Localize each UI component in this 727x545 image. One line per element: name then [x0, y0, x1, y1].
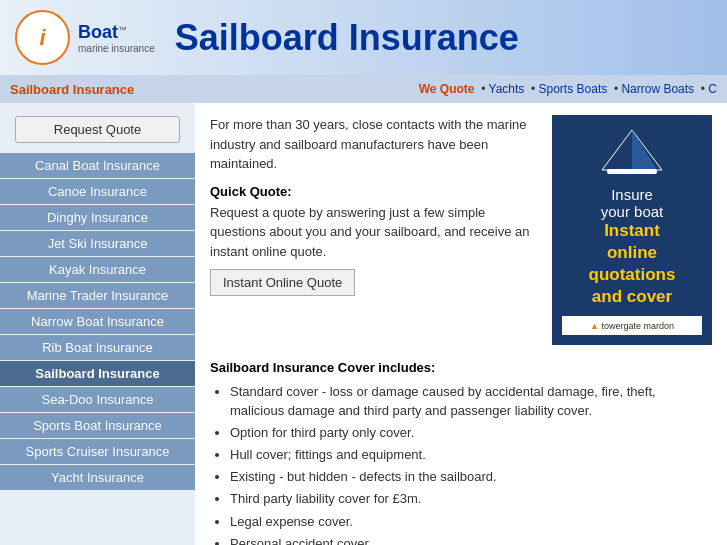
list-item: Hull cover; fittings and equipment.	[230, 446, 712, 464]
sidebar-item-yacht[interactable]: Yacht Insurance	[0, 465, 195, 490]
svg-rect-2	[607, 169, 657, 174]
logo-icon: i	[15, 10, 70, 65]
content-text: For more than 30 years, close contacts w…	[210, 115, 537, 345]
sidebar-item-sports-boat[interactable]: Sports Boat Insurance	[0, 413, 195, 438]
logo-tm: ™	[118, 24, 127, 34]
quick-quote-label: Quick Quote:	[210, 184, 537, 199]
request-quote-button[interactable]: Request Quote	[15, 116, 181, 143]
logo-subtitle: marine insurance	[78, 43, 155, 54]
logo-i-letter: i	[39, 25, 45, 51]
we-quote-label: We Quote	[419, 82, 475, 96]
ad-your-boat-text: your boat	[562, 203, 702, 220]
logo-boat-label: Boat	[78, 22, 118, 42]
content-area: For more than 30 years, close contacts w…	[195, 103, 727, 545]
boat-graphic	[592, 125, 672, 175]
sidebar-item-dinghy[interactable]: Dinghy Insurance	[0, 205, 195, 230]
list-item: Personal accident cover.	[230, 535, 712, 545]
sidebar-item-sailboard[interactable]: Sailboard Insurance	[0, 361, 195, 386]
sidebar-item-sea-doo[interactable]: Sea-Doo Insurance	[0, 387, 195, 412]
nav-links: We Quote • Yachts • Sports Boats • Narro…	[419, 82, 717, 96]
logo-text-group: Boat™ marine insurance	[78, 22, 155, 54]
sidebar-item-kayak[interactable]: Kayak Insurance	[0, 257, 195, 282]
logo-area[interactable]: i Boat™ marine insurance	[15, 10, 155, 65]
nav-yachts-link[interactable]: Yachts	[489, 82, 525, 96]
instant-quote-button[interactable]: Instant Online Quote	[210, 269, 355, 296]
nav-bar: Sailboard Insurance We Quote • Yachts • …	[0, 75, 727, 103]
svg-marker-1	[632, 130, 657, 170]
nav-sports-boats-link[interactable]: Sports Boats	[539, 82, 608, 96]
ad-inner: Insure your boat Instant online quotatio…	[552, 115, 712, 345]
ad-instant-text: Instant online quotations and cover	[562, 220, 702, 308]
sidebar-item-jet-ski[interactable]: Jet Ski Insurance	[0, 231, 195, 256]
nav-more-link[interactable]: C	[708, 82, 717, 96]
sidebar-item-narrow-boat[interactable]: Narrow Boat Insurance	[0, 309, 195, 334]
cover-title: Sailboard Insurance Cover includes:	[210, 360, 712, 375]
list-item: Third party liability cover for £3m.	[230, 490, 712, 508]
list-item: Option for third party only cover.	[230, 424, 712, 442]
sidebar-item-canoe[interactable]: Canoe Insurance	[0, 179, 195, 204]
sidebar-item-sports-cruiser[interactable]: Sports Cruiser Insurance	[0, 439, 195, 464]
sidebar: Request Quote Canal Boat Insurance Canoe…	[0, 103, 195, 545]
cover-list: Standard cover - loss or damage caused b…	[210, 383, 712, 545]
content-inner: For more than 30 years, close contacts w…	[210, 115, 712, 345]
main-layout: Request Quote Canal Boat Insurance Canoe…	[0, 103, 727, 545]
sidebar-item-rib-boat[interactable]: Rib Boat Insurance	[0, 335, 195, 360]
page-header: i Boat™ marine insurance Sailboard Insur…	[0, 0, 727, 75]
sidebar-item-canal-boat[interactable]: Canal Boat Insurance	[0, 153, 195, 178]
sidebar-item-marine-trader[interactable]: Marine Trader Insurance	[0, 283, 195, 308]
list-item: Standard cover - loss or damage caused b…	[230, 383, 712, 419]
quick-quote-desc: Request a quote by answering just a few …	[210, 203, 537, 262]
list-item: Existing - but hidden - defects in the s…	[230, 468, 712, 486]
cover-section: Sailboard Insurance Cover includes: Stan…	[210, 360, 712, 545]
intro-paragraph: For more than 30 years, close contacts w…	[210, 115, 537, 174]
advertisement-box[interactable]: Insure your boat Instant online quotatio…	[552, 115, 712, 345]
nav-narrow-boats-link[interactable]: Narrow Boats	[621, 82, 694, 96]
list-item: Legal expense cover.	[230, 513, 712, 531]
nav-current-page: Sailboard Insurance	[10, 82, 134, 97]
page-title: Sailboard Insurance	[175, 17, 519, 59]
ad-brand-text: ▲ towergate mardon	[562, 316, 702, 335]
ad-insure-text: Insure	[562, 186, 702, 203]
